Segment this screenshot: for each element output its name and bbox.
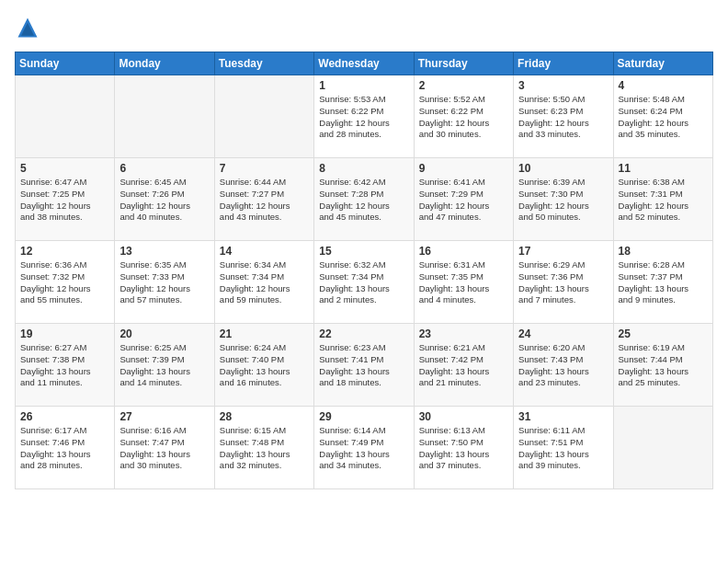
day-info: Sunrise: 6:47 AM Sunset: 7:25 PM Dayligh… bbox=[20, 177, 109, 224]
calendar-cell bbox=[214, 75, 313, 158]
day-info: Sunrise: 6:24 AM Sunset: 7:40 PM Dayligh… bbox=[220, 342, 309, 389]
calendar-cell: 11Sunrise: 6:38 AM Sunset: 7:31 PM Dayli… bbox=[613, 158, 712, 241]
day-info: Sunrise: 6:27 AM Sunset: 7:38 PM Dayligh… bbox=[20, 342, 109, 389]
day-number: 30 bbox=[419, 410, 508, 423]
day-number: 6 bbox=[119, 162, 209, 175]
calendar-cell: 4Sunrise: 5:48 AM Sunset: 6:24 PM Daylig… bbox=[613, 75, 712, 158]
calendar-body: 1Sunrise: 5:53 AM Sunset: 6:22 PM Daylig… bbox=[16, 75, 713, 489]
day-number: 25 bbox=[619, 327, 708, 340]
calendar-cell: 25Sunrise: 6:19 AM Sunset: 7:44 PM Dayli… bbox=[613, 324, 712, 407]
day-info: Sunrise: 5:52 AM Sunset: 6:22 PM Dayligh… bbox=[419, 94, 508, 141]
calendar-cell: 7Sunrise: 6:44 AM Sunset: 7:27 PM Daylig… bbox=[214, 158, 313, 241]
calendar-cell: 28Sunrise: 6:15 AM Sunset: 7:48 PM Dayli… bbox=[214, 407, 313, 489]
day-info: Sunrise: 5:50 AM Sunset: 6:23 PM Dayligh… bbox=[518, 94, 608, 141]
week-row-1: 1Sunrise: 5:53 AM Sunset: 6:22 PM Daylig… bbox=[16, 75, 713, 158]
day-number: 23 bbox=[419, 327, 508, 340]
day-info: Sunrise: 6:25 AM Sunset: 7:39 PM Dayligh… bbox=[119, 342, 209, 389]
day-number: 26 bbox=[20, 410, 109, 423]
calendar-cell: 14Sunrise: 6:34 AM Sunset: 7:34 PM Dayli… bbox=[214, 241, 313, 324]
calendar-cell: 17Sunrise: 6:29 AM Sunset: 7:36 PM Dayli… bbox=[514, 241, 613, 324]
calendar-cell: 18Sunrise: 6:28 AM Sunset: 7:37 PM Dayli… bbox=[613, 241, 712, 324]
weekday-header-sunday: Sunday bbox=[16, 52, 115, 75]
calendar-cell bbox=[115, 75, 214, 158]
week-row-5: 26Sunrise: 6:17 AM Sunset: 7:46 PM Dayli… bbox=[16, 407, 713, 489]
day-info: Sunrise: 6:17 AM Sunset: 7:46 PM Dayligh… bbox=[20, 425, 109, 472]
calendar-cell: 3Sunrise: 5:50 AM Sunset: 6:23 PM Daylig… bbox=[514, 75, 613, 158]
calendar-cell bbox=[16, 75, 115, 158]
day-number: 22 bbox=[319, 327, 408, 340]
day-number: 19 bbox=[20, 327, 109, 340]
day-number: 14 bbox=[220, 245, 309, 258]
day-info: Sunrise: 6:31 AM Sunset: 7:35 PM Dayligh… bbox=[419, 259, 508, 306]
day-number: 4 bbox=[619, 79, 708, 92]
day-number: 27 bbox=[119, 410, 209, 423]
day-info: Sunrise: 5:53 AM Sunset: 6:22 PM Dayligh… bbox=[319, 94, 408, 141]
calendar: SundayMondayTuesdayWednesdayThursdayFrid… bbox=[15, 52, 713, 489]
day-info: Sunrise: 6:14 AM Sunset: 7:49 PM Dayligh… bbox=[319, 425, 408, 472]
calendar-cell: 27Sunrise: 6:16 AM Sunset: 7:47 PM Dayli… bbox=[115, 407, 214, 489]
day-number: 2 bbox=[419, 79, 508, 92]
calendar-cell: 1Sunrise: 5:53 AM Sunset: 6:22 PM Daylig… bbox=[314, 75, 414, 158]
calendar-header: SundayMondayTuesdayWednesdayThursdayFrid… bbox=[16, 52, 713, 75]
day-number: 10 bbox=[518, 162, 608, 175]
week-row-3: 12Sunrise: 6:36 AM Sunset: 7:32 PM Dayli… bbox=[16, 241, 713, 324]
day-number: 28 bbox=[220, 410, 309, 423]
calendar-cell: 5Sunrise: 6:47 AM Sunset: 7:25 PM Daylig… bbox=[16, 158, 115, 241]
day-number: 20 bbox=[119, 327, 209, 340]
day-info: Sunrise: 6:42 AM Sunset: 7:28 PM Dayligh… bbox=[319, 177, 408, 224]
calendar-cell: 9Sunrise: 6:41 AM Sunset: 7:29 PM Daylig… bbox=[414, 158, 513, 241]
calendar-cell: 10Sunrise: 6:39 AM Sunset: 7:30 PM Dayli… bbox=[514, 158, 613, 241]
day-number: 7 bbox=[220, 162, 309, 175]
day-number: 18 bbox=[619, 245, 708, 258]
day-number: 16 bbox=[419, 245, 508, 258]
day-number: 11 bbox=[619, 162, 708, 175]
day-info: Sunrise: 6:28 AM Sunset: 7:37 PM Dayligh… bbox=[619, 259, 708, 306]
day-number: 29 bbox=[319, 410, 408, 423]
day-number: 12 bbox=[20, 245, 109, 258]
calendar-cell: 15Sunrise: 6:32 AM Sunset: 7:34 PM Dayli… bbox=[314, 241, 414, 324]
weekday-header-friday: Friday bbox=[514, 52, 613, 75]
day-info: Sunrise: 6:11 AM Sunset: 7:51 PM Dayligh… bbox=[518, 425, 608, 472]
day-number: 8 bbox=[319, 162, 408, 175]
logo bbox=[15, 15, 44, 40]
calendar-cell: 23Sunrise: 6:21 AM Sunset: 7:42 PM Dayli… bbox=[414, 324, 513, 407]
week-row-2: 5Sunrise: 6:47 AM Sunset: 7:25 PM Daylig… bbox=[16, 158, 713, 241]
calendar-cell: 16Sunrise: 6:31 AM Sunset: 7:35 PM Dayli… bbox=[414, 241, 513, 324]
day-number: 17 bbox=[518, 245, 608, 258]
day-info: Sunrise: 6:19 AM Sunset: 7:44 PM Dayligh… bbox=[619, 342, 708, 389]
day-info: Sunrise: 6:34 AM Sunset: 7:34 PM Dayligh… bbox=[220, 259, 309, 306]
calendar-cell: 26Sunrise: 6:17 AM Sunset: 7:46 PM Dayli… bbox=[16, 407, 115, 489]
day-info: Sunrise: 6:15 AM Sunset: 7:48 PM Dayligh… bbox=[220, 425, 309, 472]
day-info: Sunrise: 6:39 AM Sunset: 7:30 PM Dayligh… bbox=[518, 177, 608, 224]
week-row-4: 19Sunrise: 6:27 AM Sunset: 7:38 PM Dayli… bbox=[16, 324, 713, 407]
calendar-cell: 24Sunrise: 6:20 AM Sunset: 7:43 PM Dayli… bbox=[514, 324, 613, 407]
day-info: Sunrise: 6:44 AM Sunset: 7:27 PM Dayligh… bbox=[220, 177, 309, 224]
day-info: Sunrise: 6:41 AM Sunset: 7:29 PM Dayligh… bbox=[419, 177, 508, 224]
day-number: 24 bbox=[518, 327, 608, 340]
weekday-header-tuesday: Tuesday bbox=[214, 52, 313, 75]
day-info: Sunrise: 6:38 AM Sunset: 7:31 PM Dayligh… bbox=[619, 177, 708, 224]
day-info: Sunrise: 6:36 AM Sunset: 7:32 PM Dayligh… bbox=[20, 259, 109, 306]
calendar-cell: 22Sunrise: 6:23 AM Sunset: 7:41 PM Dayli… bbox=[314, 324, 414, 407]
calendar-cell: 30Sunrise: 6:13 AM Sunset: 7:50 PM Dayli… bbox=[414, 407, 513, 489]
day-info: Sunrise: 6:21 AM Sunset: 7:42 PM Dayligh… bbox=[419, 342, 508, 389]
weekday-header-monday: Monday bbox=[115, 52, 214, 75]
day-number: 21 bbox=[220, 327, 309, 340]
day-info: Sunrise: 6:29 AM Sunset: 7:36 PM Dayligh… bbox=[518, 259, 608, 306]
calendar-cell: 19Sunrise: 6:27 AM Sunset: 7:38 PM Dayli… bbox=[16, 324, 115, 407]
day-info: Sunrise: 6:45 AM Sunset: 7:26 PM Dayligh… bbox=[119, 177, 209, 224]
day-info: Sunrise: 6:13 AM Sunset: 7:50 PM Dayligh… bbox=[419, 425, 508, 472]
page-header bbox=[15, 15, 713, 40]
calendar-cell: 2Sunrise: 5:52 AM Sunset: 6:22 PM Daylig… bbox=[414, 75, 513, 158]
weekday-header-row: SundayMondayTuesdayWednesdayThursdayFrid… bbox=[16, 52, 713, 75]
day-number: 31 bbox=[518, 410, 608, 423]
day-number: 9 bbox=[419, 162, 508, 175]
day-info: Sunrise: 6:20 AM Sunset: 7:43 PM Dayligh… bbox=[518, 342, 608, 389]
day-number: 13 bbox=[119, 245, 209, 258]
calendar-cell: 21Sunrise: 6:24 AM Sunset: 7:40 PM Dayli… bbox=[214, 324, 313, 407]
day-number: 15 bbox=[319, 245, 408, 258]
weekday-header-wednesday: Wednesday bbox=[314, 52, 414, 75]
day-info: Sunrise: 6:16 AM Sunset: 7:47 PM Dayligh… bbox=[119, 425, 209, 472]
weekday-header-thursday: Thursday bbox=[414, 52, 513, 75]
calendar-cell: 29Sunrise: 6:14 AM Sunset: 7:49 PM Dayli… bbox=[314, 407, 414, 489]
